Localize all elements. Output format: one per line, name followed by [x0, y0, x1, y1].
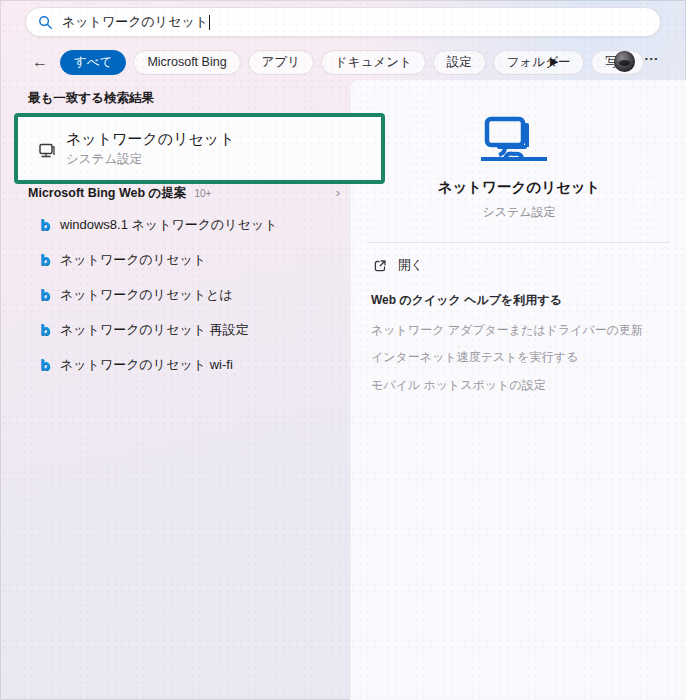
bing-suggestions-header[interactable]: Microsoft Bing Web の提案 10+ ›	[28, 185, 340, 201]
bing-suggestion-item[interactable]: b ネットワークのリセット	[16, 244, 340, 276]
user-avatar[interactable]	[614, 51, 635, 72]
tab-all[interactable]: すべて	[60, 50, 126, 75]
tab-folders[interactable]: フォルダー	[493, 50, 585, 75]
preview-pane: ネットワークのリセット システム設定 開く Web のクイック ヘルプを利用する…	[350, 80, 686, 700]
search-icon	[38, 15, 53, 30]
more-filters-icon[interactable]: ▶	[550, 53, 564, 69]
quick-help-link[interactable]: インターネット速度テストを実行する	[371, 349, 578, 366]
bing-icon: b	[38, 217, 52, 233]
open-action[interactable]: 開く	[373, 257, 423, 274]
bing-suggestion-item[interactable]: b ネットワークのリセットとは	[16, 279, 340, 311]
search-input[interactable]: ネットワークのリセット	[25, 7, 661, 37]
bing-suggestions-count: 10+	[194, 188, 211, 199]
quick-help-link[interactable]: ネットワーク アダプターまたはドライバーの更新	[371, 322, 643, 339]
search-query-text: ネットワークのリセット	[62, 13, 208, 31]
chevron-right-icon[interactable]: ›	[336, 186, 340, 200]
suggestion-text: ネットワークのリセット	[60, 251, 206, 269]
settings-monitor-icon	[38, 143, 56, 159]
bing-suggestions-label: Microsoft Bing Web の提案	[28, 185, 186, 202]
top-result-network-reset[interactable]: ネットワークのリセット システム設定	[14, 113, 385, 184]
bing-icon: b	[38, 357, 52, 373]
bing-icon: b	[38, 252, 52, 268]
back-button[interactable]: ←	[30, 52, 50, 72]
suggestion-text: windows8.1 ネットワークのリセット	[60, 216, 278, 234]
tab-settings[interactable]: 設定	[433, 50, 486, 75]
suggestion-text: ネットワークのリセット 再設定	[60, 321, 249, 339]
external-link-icon	[373, 259, 387, 273]
divider	[368, 242, 670, 243]
suggestion-text: ネットワークのリセット wi-fi	[60, 356, 233, 374]
bing-suggestion-item[interactable]: b ネットワークのリセット 再設定	[16, 314, 340, 346]
preview-title: ネットワークのリセット	[351, 178, 686, 197]
quick-help-heading: Web のクイック ヘルプを利用する	[371, 292, 562, 309]
quick-help-link[interactable]: モバイル ホットスポットの設定	[371, 377, 546, 394]
bing-icon: b	[38, 322, 52, 338]
filter-tab-row: ← すべて Microsoft Bing アプリ ドキュメント 設定 フォルダー…	[0, 48, 686, 78]
search-flyout-window: ネットワークのリセット ← すべて Microsoft Bing アプリ ドキュ…	[0, 0, 686, 700]
bing-suggestion-item[interactable]: b ネットワークのリセット wi-fi	[16, 349, 340, 381]
options-menu-icon[interactable]: •••	[645, 54, 659, 63]
tab-apps[interactable]: アプリ	[248, 50, 314, 75]
bing-suggestion-item[interactable]: b windows8.1 ネットワークのリセット	[16, 209, 340, 241]
open-label: 開く	[398, 257, 423, 274]
suggestion-text: ネットワークのリセットとは	[60, 286, 233, 304]
bing-icon: b	[38, 287, 52, 303]
top-result-subtitle: システム設定	[66, 151, 235, 168]
text-caret	[209, 15, 210, 30]
tab-microsoft-bing[interactable]: Microsoft Bing	[133, 50, 240, 75]
top-result-title: ネットワークのリセット	[66, 130, 235, 149]
tab-documents[interactable]: ドキュメント	[321, 50, 426, 75]
network-reset-icon	[479, 113, 549, 169]
best-match-heading: 最も一致する検索結果	[28, 90, 154, 107]
preview-subtitle: システム設定	[351, 204, 686, 221]
